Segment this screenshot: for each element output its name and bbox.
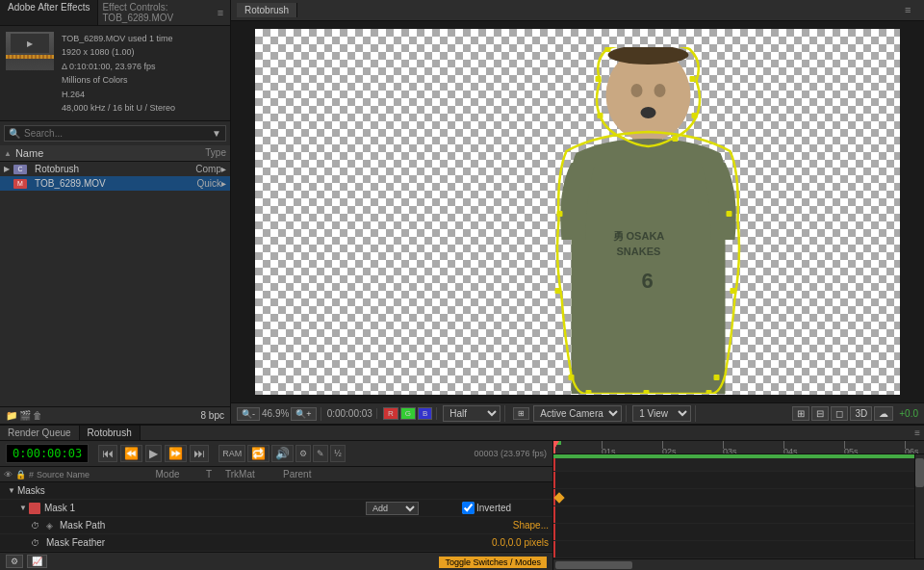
mask-path-row: ⏱ ◈ Mask Path Shape...: [0, 517, 552, 534]
file-color: Millions of Colors: [62, 73, 224, 87]
label-col-icon: #: [29, 470, 34, 479]
camera-select[interactable]: Active Camera: [533, 405, 622, 422]
channel-b-btn[interactable]: B: [418, 407, 432, 420]
svg-rect-19: [569, 375, 575, 380]
new-comp-icon[interactable]: 🎬: [19, 410, 31, 421]
svg-point-9: [641, 107, 656, 118]
mask-feather-stopwatch[interactable]: ⏱: [31, 538, 46, 548]
masks-label: Masks: [17, 485, 549, 496]
fps-label: 00003 (23.976 fps): [474, 449, 547, 458]
masks-expand-icon[interactable]: ▼: [8, 486, 15, 495]
next-frame-btn[interactable]: ⏩: [165, 445, 187, 462]
rotobrush-tab[interactable]: Rotobrush: [80, 426, 141, 440]
file-resolution: 1920 x 1080 (1.00): [62, 45, 224, 59]
mask-btn[interactable]: ◻: [831, 406, 848, 421]
ruler-tick-4s: [783, 441, 784, 449]
scrollbar-thumb-v[interactable]: [915, 458, 924, 487]
ruler-mark-2s: 02s: [662, 447, 677, 454]
mask1-expand-icon[interactable]: ▼: [19, 504, 27, 512]
channel-r-btn[interactable]: R: [383, 407, 398, 420]
3d-btn[interactable]: 3D: [850, 406, 872, 421]
end-btn[interactable]: ⏭: [190, 445, 209, 462]
motion-blur-btn[interactable]: ☁: [874, 406, 893, 421]
viewer-menu-icon[interactable]: ≡: [905, 4, 918, 17]
graph-editor-btn[interactable]: 📈: [27, 555, 47, 568]
toggle-switches-btn[interactable]: Toggle Switches / Modes: [439, 556, 547, 567]
timeline-scrollbar-v[interactable]: [914, 454, 924, 558]
file-used: used 1 time: [128, 34, 173, 43]
item-name: TOB_6289.MOV: [35, 178, 168, 189]
inverted-checkbox[interactable]: [462, 502, 475, 514]
beginning-btn[interactable]: ⏮: [98, 445, 117, 462]
list-item[interactable]: ▶ C Rotobrush Comp▸: [0, 162, 230, 176]
draft-btn[interactable]: ✎: [313, 445, 328, 462]
maskopacity-keyframe-row: [553, 524, 924, 541]
svg-rect-12: [692, 113, 698, 118]
view-count-group: 1 View 2 Views: [632, 405, 696, 422]
top-area: Adobe After Effects Effect Controls: TOB…: [0, 0, 924, 424]
composition-tab[interactable]: Rotobrush: [237, 3, 297, 17]
timeline-bottom-left: ⚙ 📈 Toggle Switches / Modes: [0, 552, 552, 570]
channel-g-btn[interactable]: G: [400, 407, 416, 420]
current-time-display[interactable]: 0:00:00:03: [6, 444, 89, 463]
item-name: Rotobrush: [35, 164, 168, 174]
svg-rect-25: [706, 390, 712, 394]
timeline-controls-row: 0:00:00:03 ⏮ ⏪ ▶ ⏩ ⏭ RAM 🔁 🔊 ⚙ ✎ ½ 00003…: [0, 441, 552, 467]
svg-rect-14: [605, 47, 611, 52]
svg-rect-11: [690, 76, 696, 82]
project-tab[interactable]: Adobe After Effects: [0, 0, 98, 25]
playhead-line: [553, 441, 555, 453]
live-update-btn[interactable]: ⚙: [295, 445, 311, 462]
mask-feather-value: 0.0,0.0 pixels: [492, 537, 549, 548]
tikmat-col-label: TrkMat: [225, 469, 283, 479]
mode-col-label: Mode: [129, 469, 206, 479]
grid-overlay-btn[interactable]: ⊞: [792, 406, 809, 421]
view-count-select[interactable]: 1 View 2 Views: [632, 405, 691, 422]
svg-rect-13: [673, 136, 679, 142]
grid-btn[interactable]: ⊞: [513, 407, 529, 420]
timeline-ruler: 01s 02s 03s 04s 05s 06s: [553, 441, 924, 454]
file-info-area: ▶ TOB_6289.MOV used 1 time 1920 x 1080 (…: [0, 26, 230, 121]
mask-path-stopwatch[interactable]: ⏱: [31, 521, 46, 531]
sort-name-icon[interactable]: ▲: [4, 149, 12, 158]
mask-path-bezier-icon: ◈: [46, 521, 60, 531]
col-name-label: Name: [15, 147, 43, 159]
mask1-color-icon: [29, 503, 40, 514]
item-type: Comp▸: [168, 164, 226, 174]
timeline-menu-btn[interactable]: ≡: [911, 426, 924, 440]
panel-tabs: Adobe After Effects Effect Controls: TOB…: [0, 0, 230, 26]
svg-text:勇 OSAKA: 勇 OSAKA: [613, 230, 665, 242]
search-input[interactable]: [24, 128, 212, 139]
mask-mode-select[interactable]: Add Subtract Intersect None: [366, 502, 419, 515]
play-btn[interactable]: ▶: [145, 445, 162, 462]
ram-preview-btn[interactable]: RAM: [218, 445, 245, 462]
panel-menu-btn[interactable]: ≡: [211, 0, 230, 25]
delete-icon[interactable]: 🗑: [33, 410, 42, 421]
zoom-group: 🔍- 46.9% 🔍+: [237, 407, 321, 421]
list-item[interactable]: ▶ M TOB_6289.MOV Quick▸: [0, 176, 230, 191]
prev-frame-btn[interactable]: ⏪: [120, 445, 142, 462]
zoom-level: 46.9%: [262, 408, 289, 419]
resolution-btn[interactable]: ½: [330, 445, 346, 462]
ruler-mark-5s: 05s: [844, 447, 859, 454]
maskopacity-redline: [553, 524, 555, 540]
zoom-out-btn[interactable]: 🔍-: [237, 407, 260, 421]
timeline-cols-header: 👁 🔒 # Source Name Mode T TrkMat Parent: [0, 467, 552, 482]
mask-path-keyframe[interactable]: [553, 492, 564, 503]
toggle-switches-label[interactable]: Toggle Switches / Modes: [439, 557, 547, 568]
svg-rect-23: [644, 390, 650, 394]
audio-btn[interactable]: 🔊: [271, 445, 294, 462]
ruler-tick-2s: [662, 441, 663, 449]
guides-btn[interactable]: ⊟: [811, 406, 829, 421]
timeline-settings-btn[interactable]: ⚙: [6, 555, 23, 568]
scrollbar-thumb-h[interactable]: [555, 561, 632, 569]
search-dropdown-icon[interactable]: ▼: [212, 128, 221, 139]
timecode-group: 0:00:00:03: [327, 408, 377, 419]
col-av: 👁 🔒 # Source Name: [4, 470, 129, 479]
loop-btn[interactable]: 🔁: [247, 445, 270, 462]
render-queue-tab[interactable]: Render Queue: [0, 426, 80, 440]
effect-controls-tab[interactable]: Effect Controls: TOB_6289.MOV: [98, 0, 211, 25]
zoom-in-btn[interactable]: 🔍+: [291, 407, 316, 421]
timeline-scrollbar-h[interactable]: [553, 558, 924, 570]
quality-select[interactable]: Half Full Quarter: [443, 405, 500, 422]
